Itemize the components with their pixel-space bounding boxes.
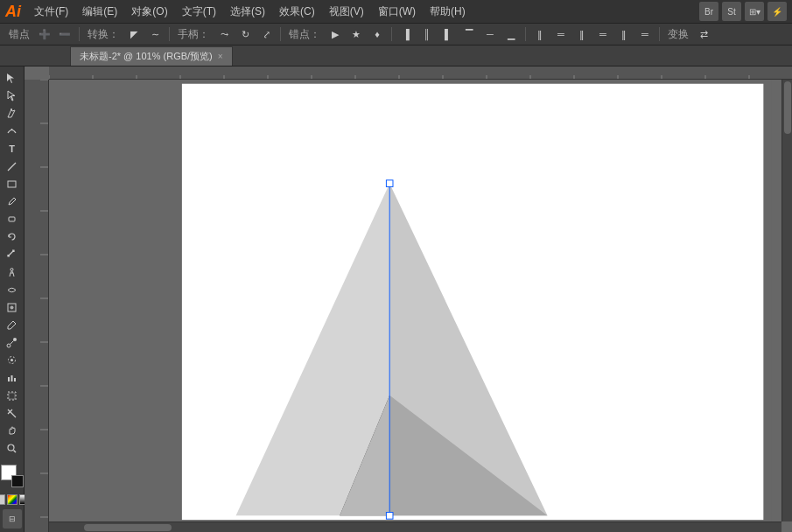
gradient-tool[interactable] [2,299,23,316]
transform-btn[interactable]: ⇄ [694,24,713,44]
anchor-toolbar: 错点 ➕ ➖ 转换： ◤ ∼ 手柄： ⤳ ↻ ⤤ 错点： ▶ ★ ♦ ▐ ║ ▌… [0,23,792,46]
align-bottom-anchor[interactable]: ▁ [501,24,521,44]
rotate-tool[interactable] [2,228,23,245]
document-tab[interactable]: 未标题-2* @ 101% (RGB/预览) × [70,46,233,66]
svg-rect-19 [49,66,792,80]
type-icon: T [9,144,15,154]
none-color-btn[interactable] [0,494,5,505]
artboard-tool[interactable] [2,388,23,404]
menu-view[interactable]: 视图(V) [325,3,368,21]
align-top-anchor[interactable]: ▔ [459,24,479,44]
transform-label: 变换 [664,27,692,42]
distrib-h2-btn[interactable]: ‖ [572,24,592,44]
anchor-label: 错点 [5,27,33,42]
handle-btn2[interactable]: ↻ [235,24,255,44]
line-tool[interactable] [2,158,23,175]
distrib-h3-btn[interactable]: ‖ [614,24,634,44]
zoom-tool[interactable] [2,440,23,457]
svg-rect-15 [8,392,16,400]
menu-file[interactable]: 文件(F) [30,3,73,21]
distrib-v2-btn[interactable]: ═ [593,24,613,44]
distrib-v-btn[interactable]: ═ [551,24,571,44]
anchor-bottom[interactable] [386,513,393,520]
rectangle-tool[interactable] [2,176,23,192]
stock-icon-btn[interactable]: St [722,2,741,21]
eyedropper-tool[interactable] [2,317,23,333]
convert-label: 转换： [84,27,123,42]
screen-mode-btn[interactable]: ⊟ [3,509,22,528]
curvature-tool[interactable] [2,122,23,139]
scrollbar-horizontal[interactable] [49,522,781,532]
delete-anchor-btn[interactable]: ➖ [55,24,74,44]
anchor-top[interactable] [386,180,393,187]
gradient-color-btn[interactable] [7,494,18,505]
titlebar-icons: Br St ⊞▾ ⚡ [699,2,787,21]
graph-tool[interactable] [2,369,23,386]
puppet-warp-tool[interactable] [2,264,23,281]
bridge-icon-btn[interactable]: Br [699,2,718,21]
pen-tool[interactable] [2,105,23,122]
menu-select[interactable]: 选择(S) [226,3,270,21]
svg-point-9 [13,338,17,341]
svg-rect-16 [9,393,15,399]
workspace-btn[interactable]: ⊞▾ [745,2,764,21]
ai-logo: Ai [5,4,21,19]
color-boxes [1,465,24,487]
pencil-tool[interactable] [2,193,23,210]
hand-tool[interactable] [2,423,23,439]
distrib-h-btn[interactable]: ‖ [530,24,550,44]
tab-label: 未标题-2* @ 101% (RGB/预览) [80,50,213,63]
svg-rect-3 [8,181,16,187]
artboard-container [49,80,781,522]
tab-close-btn[interactable]: × [218,52,223,61]
smooth-btn[interactable]: ∼ [145,24,165,44]
align-mid-anchor[interactable]: ─ [480,24,500,44]
menu-edit[interactable]: 编辑(E) [78,3,122,21]
svg-point-1 [11,129,13,130]
width-tool[interactable] [2,282,23,298]
menu-window[interactable]: 窗口(W) [374,3,420,21]
scrollbar-vertical[interactable] [781,80,792,522]
align-right-anchor[interactable]: ▌ [438,24,458,44]
handle-btn3[interactable]: ⤤ [256,24,276,44]
menu-type[interactable]: 文字(T) [178,3,221,21]
anchor-type-btn3[interactable]: ♦ [368,24,387,44]
symbol-spray-tool[interactable] [2,352,23,368]
tabbar: 未标题-2* @ 101% (RGB/预览) × [0,46,792,66]
ruler-vertical [25,80,49,532]
slice-tool[interactable] [2,405,23,422]
svg-rect-37 [25,80,49,532]
lightning-icon-btn[interactable]: ⚡ [767,2,787,21]
scrollbar-v-thumb[interactable] [784,81,791,134]
menu-help[interactable]: 帮助(H) [425,3,470,21]
sep4 [391,27,392,41]
scrollbar-h-thumb[interactable] [84,524,172,531]
main-area: T [0,66,792,532]
anchor-type-btn[interactable]: ▶ [326,24,345,44]
sep3 [280,27,281,41]
distrib-v3-btn[interactable]: ═ [635,24,655,44]
svg-point-0 [11,108,12,110]
main-canvas[interactable] [49,80,781,522]
svg-line-18 [14,451,17,453]
svg-point-7 [11,305,14,309]
scale-tool[interactable] [2,246,23,262]
selection-tool[interactable] [2,70,23,87]
menu-effect[interactable]: 效果(C) [275,3,319,21]
handle-btn1[interactable]: ⤳ [214,24,234,44]
menu-object[interactable]: 对象(O) [127,3,172,21]
svg-rect-4 [9,217,15,221]
anchor2-label: 错点： [285,27,324,42]
align-left-anchor[interactable]: ▐ [396,24,416,44]
stroke-color[interactable] [11,475,24,487]
blend-tool[interactable] [2,334,23,351]
corner-btn[interactable]: ◤ [124,24,144,44]
anchor-type-btn2[interactable]: ★ [347,24,366,44]
direct-selection-tool[interactable] [2,88,23,104]
svg-line-2 [8,163,16,171]
svg-point-8 [7,344,11,347]
add-anchor-btn[interactable]: ➕ [35,24,54,44]
type-tool[interactable]: T [2,141,23,158]
eraser-tool[interactable] [2,211,23,228]
align-center-anchor[interactable]: ║ [417,24,437,44]
